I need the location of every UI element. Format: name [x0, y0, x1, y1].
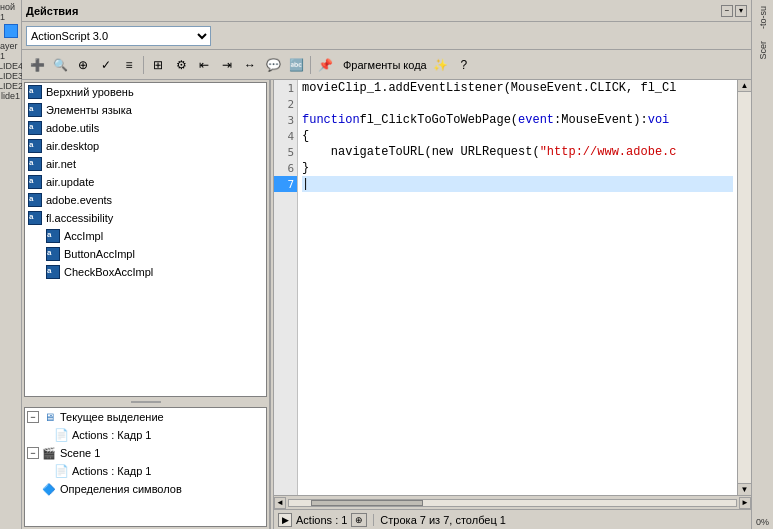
code-text-3-void: voi	[648, 113, 670, 127]
package-label-1: Верхний уровень	[46, 86, 134, 98]
code-text-3-event: event	[518, 113, 554, 127]
main-window: ной 1 ayer 1 LIDE4 LIDE3 LIDE2 lide1 Дей…	[0, 0, 773, 529]
package-list[interactable]: a Верхний уровень a Элементы языка	[24, 82, 267, 397]
collapse-button[interactable]: −	[721, 5, 733, 17]
list-item[interactable]: a adobe.utils	[25, 119, 266, 137]
tree-item-action2[interactable]: 📄 Actions : Кадр 1	[25, 462, 266, 480]
as-icon-8: a	[28, 211, 42, 225]
insert-target-button[interactable]: ⊕	[72, 54, 94, 76]
help-button[interactable]: ?	[453, 54, 475, 76]
code-text-5a: navigateToURL(	[302, 145, 432, 159]
find-button[interactable]: 🔍	[49, 54, 71, 76]
package-icon-6: a	[27, 174, 43, 190]
package-label-2: Элементы языка	[46, 104, 132, 116]
tree-label-action1: Actions : Кадр 1	[72, 429, 151, 441]
list-item[interactable]: a air.net	[25, 155, 266, 173]
as-icon-3: a	[28, 121, 42, 135]
list-item[interactable]: a AccImpl	[25, 227, 266, 245]
h-scroll-thumb	[311, 500, 423, 506]
pin-script-button[interactable]: 📌	[314, 54, 336, 76]
h-scroll-track	[288, 499, 737, 507]
expand-icon-2[interactable]: −	[27, 447, 39, 459]
vertical-scrollbar[interactable]: ▲ ▼	[737, 80, 751, 495]
action-icon-1: 📄	[53, 427, 69, 443]
add-statement-button[interactable]: ➕	[26, 54, 48, 76]
collapse-selection-button[interactable]: ⇤	[193, 54, 215, 76]
horizontal-scrollbar[interactable]: ◄ ►	[274, 495, 751, 509]
list-item[interactable]: a Элементы языка	[25, 101, 266, 119]
expand-button[interactable]: ▾	[735, 5, 747, 17]
code-line-2	[302, 96, 733, 112]
status-bar: ▶ Actions : 1 ⊕ Строка 7 из 7, столбец 1	[274, 509, 751, 529]
as-icon-7: a	[28, 193, 42, 207]
target-button[interactable]: ⊕	[351, 513, 367, 527]
script-assist-button[interactable]: ⚙	[170, 54, 192, 76]
scroll-right-button[interactable]: ►	[739, 497, 751, 509]
list-item[interactable]: a adobe.events	[25, 191, 266, 209]
list-item[interactable]: a fl.accessibility	[25, 209, 266, 227]
vertical-divider[interactable]	[22, 399, 269, 405]
package-label-3: adobe.utils	[46, 122, 99, 134]
comment-button[interactable]: 💬	[262, 54, 284, 76]
scroll-up-button[interactable]: ▲	[738, 80, 751, 92]
code-editor-area: 1 2 3 4 5 6 7 movieClip_1.addEventListen…	[274, 80, 751, 529]
line-num-6: 6	[274, 160, 297, 176]
toolbar-row: ActionScript 3.0	[22, 22, 751, 50]
status-separator	[373, 514, 374, 526]
tree-section[interactable]: − 🖥 Текущее выделение 📄 Actions : Кадр 1…	[24, 407, 267, 527]
tree-label-scene: Scene 1	[60, 447, 100, 459]
layer-label-4: LIDE3	[0, 71, 23, 81]
code-text-3-kw: function	[302, 113, 360, 127]
package-icon-4: a	[27, 138, 43, 154]
scroll-left-button[interactable]: ◄	[274, 497, 286, 509]
code-content[interactable]: movieClip_1.addEventListener(MouseEvent.…	[298, 80, 737, 495]
expand-all-button[interactable]: ↔	[239, 54, 261, 76]
package-label-4: air.desktop	[46, 140, 99, 152]
package-label-10: ButtonAccImpl	[64, 248, 135, 260]
code-editor[interactable]: 1 2 3 4 5 6 7 movieClip_1.addEventListen…	[274, 80, 751, 495]
tree-item-action1[interactable]: 📄 Actions : Кадр 1	[25, 426, 266, 444]
package-icon-5: a	[27, 156, 43, 172]
list-item[interactable]: a CheckBoxAccImpl	[25, 263, 266, 281]
debug-options-button[interactable]: ⊞	[147, 54, 169, 76]
tree-item-current[interactable]: − 🖥 Текущее выделение	[25, 408, 266, 426]
as-icon-1: a	[28, 85, 42, 99]
tree-label-symbols: Определения символов	[60, 483, 182, 495]
as-icon-5: a	[28, 157, 42, 171]
actions-location: Actions : 1	[296, 514, 347, 526]
toolbar-separator-1	[143, 56, 144, 74]
panel-title-bar: Действия − ▾	[22, 0, 751, 22]
list-item[interactable]: a ButtonAccImpl	[25, 245, 266, 263]
scroll-down-button[interactable]: ▼	[738, 483, 751, 495]
expand-icon-1[interactable]: −	[27, 411, 39, 423]
line-num-5: 5	[274, 144, 297, 160]
as-icon-10: a	[46, 247, 60, 261]
auto-format-button[interactable]: ≡	[118, 54, 140, 76]
tree-item-symbols[interactable]: 🔷 Определения символов	[25, 480, 266, 498]
list-item[interactable]: a air.desktop	[25, 137, 266, 155]
code-line-7: |	[302, 176, 733, 192]
check-syntax-button[interactable]: ✓	[95, 54, 117, 76]
as-icon-2: a	[28, 103, 42, 117]
line-num-3: 3	[274, 112, 297, 128]
package-icon-1: a	[27, 84, 43, 100]
status-icon: ▶	[278, 513, 292, 527]
package-icon-11: a	[45, 264, 61, 280]
package-icon-3: a	[27, 120, 43, 136]
collapse-outside-button[interactable]: ⇥	[216, 54, 238, 76]
uncomment-button[interactable]: 🔤	[285, 54, 307, 76]
language-select[interactable]: ActionScript 3.0	[26, 26, 211, 46]
tree-item-scene[interactable]: − 🎬 Scene 1	[25, 444, 266, 462]
list-item[interactable]: a Верхний уровень	[25, 83, 266, 101]
code-text-6: }	[302, 161, 309, 175]
panel-title: Действия	[26, 5, 78, 17]
package-icon-8: a	[27, 210, 43, 226]
code-line-6: }	[302, 160, 733, 176]
code-text-3-colon: :MouseEvent):	[554, 113, 648, 127]
code-cursor: |	[302, 177, 309, 191]
list-item[interactable]: a air.update	[25, 173, 266, 191]
line-num-4: 4	[274, 128, 297, 144]
package-label-11: CheckBoxAccImpl	[64, 266, 153, 278]
divider-line	[131, 401, 161, 403]
snippets-button[interactable]: ✨	[430, 54, 452, 76]
